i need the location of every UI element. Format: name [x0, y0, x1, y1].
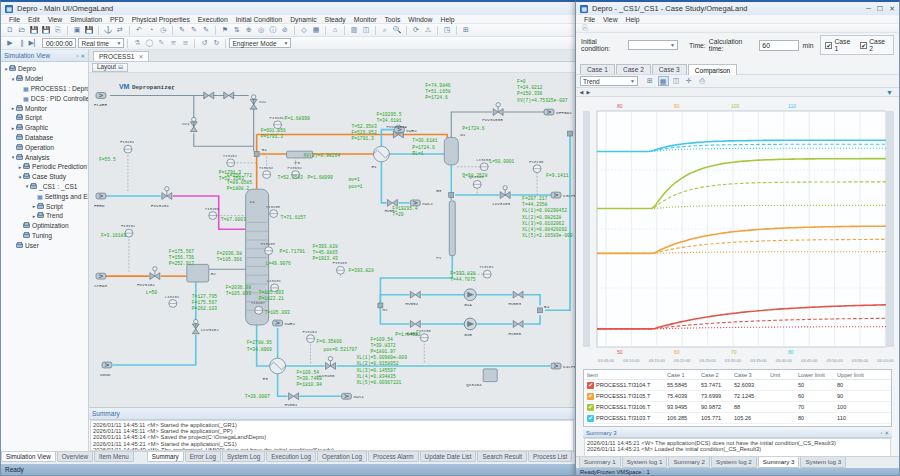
case-study-titlebar[interactable]: ▦ Depro - _CS1/_CS1 - Case Study/OmegaLa… [576, 2, 899, 15]
valve[interactable] [289, 393, 299, 400]
toolbar-icon[interactable]: 💾 [84, 25, 95, 35]
stream-sink[interactable] [96, 93, 106, 99]
log-tab-system-log[interactable]: System Log [222, 452, 265, 462]
stream-sink[interactable] [551, 192, 561, 198]
menu-item-pfd[interactable]: PFD [106, 16, 128, 23]
bottom-tab-system-log-1[interactable]: System log 1 [622, 457, 668, 468]
log-tab-execution-log[interactable]: Execution Log [266, 452, 316, 462]
main-titlebar[interactable]: ▦ Depro - Main UI/OmegaLand [1, 2, 575, 15]
valve[interactable] [150, 267, 160, 280]
menu-item-view[interactable]: View [599, 16, 622, 23]
valve[interactable] [513, 291, 523, 298]
vessel[interactable] [187, 264, 209, 282]
tree-item-analysis[interactable]: ▾Analysis [1, 152, 88, 162]
panel-tab-simulation-view[interactable]: Simulation View [1, 452, 56, 462]
stream-sink[interactable] [341, 393, 351, 399]
bottom-tab-summary-1[interactable]: Summary 1 [579, 457, 621, 468]
menu-item-file[interactable]: File [5, 16, 24, 23]
tree-item-depro[interactable]: ▾Depro [1, 64, 88, 74]
toolbar-icon[interactable]: ◯ [144, 38, 155, 48]
toolbar-icon[interactable]: ≋ [168, 38, 179, 48]
menu-item-execution[interactable]: Execution [194, 16, 232, 23]
toolbar-icon[interactable]: 🗋 [5, 25, 16, 35]
toolbar-icon[interactable]: ⓘ [268, 25, 279, 35]
layout-button[interactable]: Layout ⊟ [92, 63, 128, 72]
log-tab-process-list[interactable]: Process List [528, 452, 572, 462]
valve[interactable] [410, 291, 420, 298]
toolbar-icon[interactable]: ✎ [189, 25, 200, 35]
table-row[interactable]: ✔PROCESS1.TI3105.T75.403973.699972.12456… [584, 391, 891, 402]
pause-icon[interactable]: ∥ [17, 38, 28, 48]
toolbar-icon[interactable]: ◫ [361, 25, 372, 35]
toolbar-icon[interactable]: ⎘ [53, 25, 64, 35]
scroll-left-icon[interactable]: ◀ [578, 89, 585, 95]
toolbar-icon[interactable]: ⇄ [115, 25, 126, 35]
case2-checkbox[interactable]: ✔ Case 2 [860, 38, 889, 52]
tree-item-script[interactable]: Script [1, 113, 88, 123]
minimize-icon[interactable]: ─ [866, 5, 871, 13]
toolbar-icon[interactable]: ◷ [158, 25, 169, 35]
toolbar-icon[interactable]: ≌ [180, 38, 191, 48]
load-ic-icon[interactable]: ↺ [199, 38, 210, 48]
tree-item-database[interactable]: Database [1, 133, 88, 143]
valve[interactable] [162, 187, 172, 200]
toolbar-icon[interactable]: ⚗ [132, 38, 143, 48]
series-checkbox[interactable]: ✔ [587, 415, 594, 422]
valve[interactable] [326, 357, 336, 370]
log-tab-error-log[interactable]: Error Log [185, 452, 221, 462]
log-tab-operation-log[interactable]: Operation Log [317, 452, 367, 462]
menu-item-window[interactable]: Window [404, 16, 436, 23]
tree-item-process1-depropanizer[interactable]: ▦PROCESS1 : Depropanizer [1, 84, 88, 94]
toolbar-icon[interactable]: ✎ [201, 25, 212, 35]
stream-sink[interactable] [273, 320, 283, 326]
tree-item--cs1-cs1[interactable]: ▾_CS1 : _CS1 [1, 182, 88, 192]
toolbar-icon[interactable]: 🗁 [17, 25, 28, 35]
tree-item-monitor[interactable]: ▸Monitor [1, 103, 88, 113]
toolbar-icon[interactable]: ⊕ [244, 25, 255, 35]
bottom-tab-summary-2[interactable]: Summary 2 [668, 457, 710, 468]
vessel[interactable] [444, 137, 458, 164]
toolbar-icon[interactable]: ⚓ [103, 25, 114, 35]
menu-item-help[interactable]: Help [437, 16, 459, 23]
panel-tab-overview[interactable]: Overview [57, 452, 93, 462]
tab-case-2[interactable]: Case 2 [616, 64, 651, 74]
save-ic-icon[interactable]: ↻ [211, 38, 222, 48]
menu-item-dynamic[interactable]: Dynamic [286, 16, 320, 23]
stream-sink[interactable] [96, 193, 106, 199]
tree-item-script[interactable]: ▸Script [1, 201, 88, 211]
cursor-icon[interactable]: ✛ [684, 76, 695, 86]
stream-sink[interactable] [96, 273, 106, 279]
menu-item-view[interactable]: View [44, 16, 67, 23]
add-pane-icon[interactable]: ⊞ [645, 76, 656, 86]
tree-item-case-study[interactable]: ▾Case Study [1, 172, 88, 182]
time-slider-handle[interactable]: ▼ [886, 89, 893, 96]
menu-item-steady[interactable]: Steady [321, 16, 350, 23]
menu-item-physical-properties[interactable]: Physical Properties [128, 16, 194, 23]
tab-process1[interactable]: PROCESS1 ✕ [93, 51, 149, 61]
tab-case-3[interactable]: Case 3 [652, 64, 687, 74]
toolbar-icon[interactable]: ◎ [256, 25, 267, 35]
toolbar-icon[interactable]: ▥ [349, 25, 360, 35]
trend-type-select[interactable]: Trend▼ [580, 76, 638, 86]
menu-item-monitor[interactable]: Monitor [350, 16, 381, 23]
toolbar-icon[interactable]: 🔍 [392, 25, 403, 35]
close-icon[interactable]: ✕ [884, 430, 889, 436]
stream-sink[interactable] [544, 109, 554, 115]
bottom-tab-system-log-2[interactable]: System log 2 [711, 457, 757, 468]
toolbar-icon[interactable]: ⇅ [232, 25, 243, 35]
tab-case-1[interactable]: Case 1 [580, 64, 615, 74]
valve[interactable] [204, 92, 214, 99]
split-view-icon[interactable]: ◫ [671, 76, 682, 86]
tree-item-trend[interactable]: ▸Trend [1, 211, 88, 221]
mode-select[interactable]: Engineer Mode▼ [229, 38, 291, 48]
valve[interactable] [410, 321, 420, 328]
scroll-right-icon[interactable]: ▶ [585, 89, 592, 95]
bottom-tab-system-log-3[interactable]: System log 3 [800, 457, 846, 468]
calc-time-input[interactable]: 60 [759, 40, 799, 51]
toolbar-icon[interactable]: ◇ [299, 25, 310, 35]
tree-item-tuning[interactable]: Tuning [1, 231, 88, 241]
stream-sink[interactable] [102, 362, 112, 368]
close-window-icon[interactable]: ✕ [889, 5, 895, 13]
toolbar-icon[interactable]: ⌕ [380, 25, 391, 35]
valve[interactable] [513, 321, 523, 328]
